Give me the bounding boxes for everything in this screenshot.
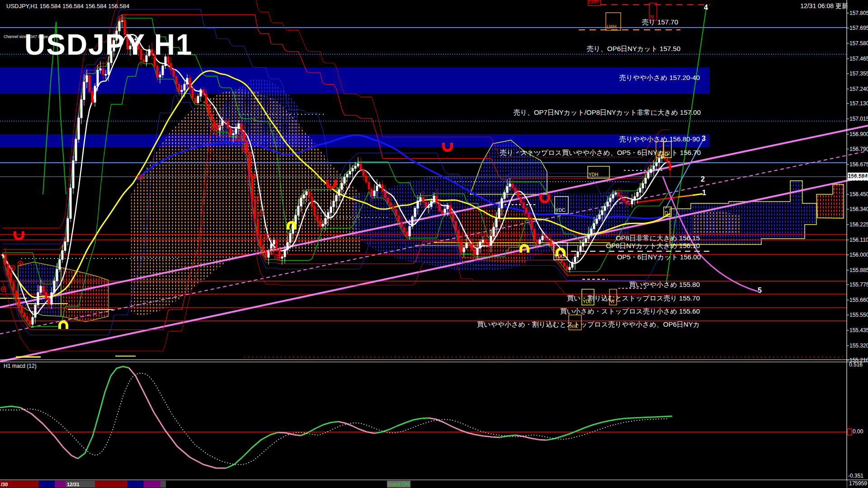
chart-title: USDJPY,H1 156.584 156.584 156.584 156.58…: [6, 3, 129, 9]
price-level-annotation[interactable]: 売り・ストップロス買いやや小さめ、OP5・6日NYカット 156.70: [500, 149, 701, 157]
price-level-annotation[interactable]: 売り、OP6日NYカット 157.50: [587, 45, 680, 53]
wave-count-label[interactable]: 5: [758, 286, 762, 295]
ref-box-label: LWH: [607, 24, 616, 29]
volume-readout: 175959: [849, 480, 867, 487]
price-level-annotation[interactable]: 売り 157.70: [642, 18, 678, 27]
price-axis-tick: 155.435: [849, 327, 868, 333]
price-axis-tick: 156.900: [849, 131, 868, 137]
update-timestamp: 12/31 06:08 更新: [800, 2, 848, 10]
price-axis-tick: 157.240: [849, 86, 868, 92]
ref-box-label: W: [610, 299, 614, 304]
price-axis-tick: 156.340: [849, 206, 868, 212]
wave-count-label[interactable]: 1: [702, 189, 706, 197]
price-level-annotation[interactable]: 売りやや小さめ 156.80-90: [619, 135, 700, 144]
ref-box-label: YDO: [555, 254, 565, 259]
ref-box-label: YDL: [583, 299, 591, 304]
timeline-date-label: 12/31: [67, 482, 80, 487]
macd-scale-zero: 0.00: [853, 428, 863, 435]
ref-box-label: D: [665, 152, 668, 157]
price-axis-tick: 156.675: [849, 161, 868, 168]
price-axis-tick: 155.775: [849, 282, 868, 288]
ref-box-label: D: [665, 211, 668, 216]
price-level-annotation[interactable]: 売り、OP7日NYカット/OP8日NYカット非常に大きめ 157.00: [514, 108, 701, 117]
price-axis-tick: 157.355: [849, 70, 868, 77]
price-axis-tick: 155.885: [849, 267, 868, 273]
price-level-annotation[interactable]: OP5・6日NYカット 156.00: [617, 253, 701, 262]
macd-indicator-label: H1 macd (12): [4, 363, 37, 369]
price-axis-tick: 157.580: [849, 40, 868, 47]
price-axis-tick: 157.465: [849, 56, 868, 62]
price-axis-tick: 157.805: [849, 10, 868, 16]
wave-count-label[interactable]: 4: [704, 4, 708, 12]
price-axis-tick: 155.660: [849, 297, 868, 303]
price-axis-tick: 156.225: [849, 221, 868, 228]
price-level-annotation[interactable]: OP8日NYカット大きめ 156.10: [606, 242, 700, 250]
wave-count-label[interactable]: 3: [702, 135, 706, 143]
price-axis-tick: 157.130: [849, 100, 868, 107]
ref-box-label: YDH: [589, 172, 598, 177]
price-axis-tick: 157.015: [849, 116, 868, 122]
wave-count-label[interactable]: 2: [701, 175, 705, 183]
price-level-annotation[interactable]: 買い小さめ・ストップロス売り小さめ 155.60: [560, 307, 700, 316]
macd-scale-bottom: -0.351: [848, 473, 863, 479]
price-axis-tick: 156.450: [849, 191, 868, 197]
watermark: USDJPY H1: [24, 28, 193, 61]
ref-box-label: W: [657, 152, 661, 157]
price-axis-tick: 155.320: [849, 343, 868, 349]
price-level-annotation[interactable]: 買いやや小さめ・割り込むとストップロス売りやや小さめ、OP6日NYカ: [477, 320, 700, 329]
price-level-annotation[interactable]: 売りやや小さめ 157.20-40: [619, 74, 700, 82]
ref-box-label: M: [650, 14, 654, 19]
price-axis-tick: 156.790: [849, 146, 868, 152]
macd-on-badge[interactable]: macd ON: [387, 481, 410, 488]
price-axis-tick: 155.210: [849, 357, 868, 363]
timeline-date-label: /30: [1, 482, 8, 487]
ref-box-label: LWL: [570, 324, 579, 329]
macd-pane-layer: [0, 362, 852, 480]
timeline-bar-layer[interactable]: [0, 481, 847, 488]
price-axis-tick: 156.110: [849, 237, 868, 243]
chart-canvas[interactable]: [0, 0, 868, 488]
price-level-annotation[interactable]: 買いやや小さめ 155.80: [629, 281, 700, 289]
price-axis-tick: 156.565: [849, 176, 868, 182]
ref-box-label: YDC: [556, 208, 565, 213]
mt4-chart-window: USDJPY,H1 156.584 156.584 156.584 156.58…: [0, 0, 868, 488]
price-axis-tick: 156.000: [849, 252, 868, 258]
price-axis-tick: 155.550: [849, 312, 868, 318]
price-axis-tick: 157.695: [849, 25, 868, 31]
ref-box-label: LWH: [589, 0, 599, 5]
